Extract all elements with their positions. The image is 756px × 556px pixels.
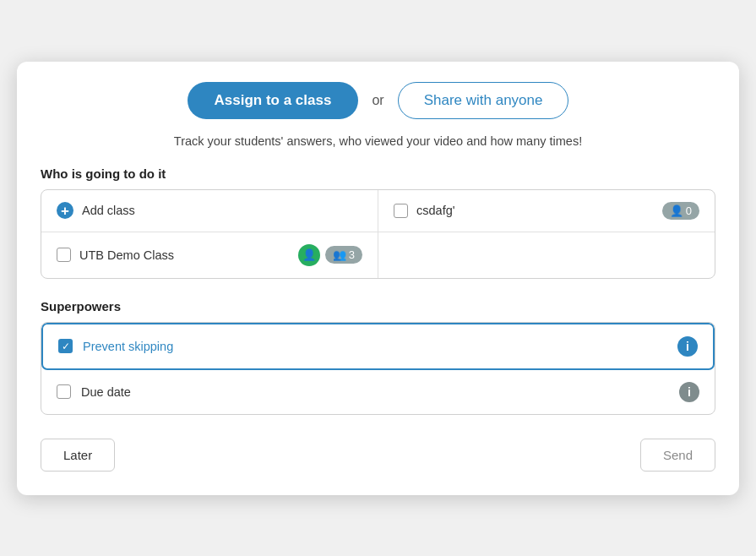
prevent-skipping-label: Prevent skipping [83, 340, 667, 353]
csdafg-badges: 👤 0 [662, 202, 699, 220]
superpower-row-due-date[interactable]: Due date i [41, 370, 715, 414]
superpowers-section: Superpowers ✓ Prevent skipping i Due dat… [41, 299, 715, 415]
bottom-buttons: Later Send [41, 439, 715, 472]
class-table-header-row: + Add class csdafg' 👤 0 [41, 190, 715, 232]
or-separator: or [372, 93, 383, 108]
utb-members-icon: 👥 [333, 248, 346, 261]
due-date-label: Due date [81, 385, 669, 399]
utb-class-checkbox[interactable] [57, 248, 71, 262]
superpowers-label: Superpowers [41, 299, 715, 313]
utb-class-badges: 👤 👥 3 [298, 244, 362, 266]
prevent-skipping-checkbox[interactable]: ✓ [58, 339, 73, 353]
send-button[interactable]: Send [640, 439, 715, 472]
csdafg-class-cell[interactable]: csdafg' 👤 0 [378, 190, 715, 232]
superpower-row-prevent-skipping[interactable]: ✓ Prevent skipping i [41, 323, 715, 370]
add-class-cell[interactable]: + Add class [41, 190, 378, 232]
csdafg-checkbox[interactable] [394, 204, 408, 218]
person-icon: 👤 [670, 204, 683, 217]
modal-container: Assign to a class or Share with anyone T… [17, 62, 739, 495]
utb-class-name: UTB Demo Class [79, 248, 174, 262]
add-class-icon: + [57, 202, 73, 219]
class-table: + Add class csdafg' 👤 0 UTB Demo Class [41, 189, 715, 279]
utb-class-empty-cell [378, 232, 715, 278]
add-class-label: Add class [82, 204, 135, 217]
top-buttons: Assign to a class or Share with anyone [41, 82, 715, 119]
superpowers-list: ✓ Prevent skipping i Due date i [41, 322, 715, 415]
utb-class-member-badge: 👥 3 [325, 246, 362, 264]
csdafg-member-badge: 👤 0 [662, 202, 699, 220]
utb-class-row: UTB Demo Class 👤 👥 3 [41, 232, 715, 278]
utb-person-icon: 👤 [302, 248, 316, 261]
due-date-checkbox[interactable] [57, 384, 71, 399]
utb-class-cell[interactable]: UTB Demo Class 👤 👥 3 [41, 232, 378, 278]
share-with-anyone-button[interactable]: Share with anyone [398, 82, 569, 119]
utb-class-green-badge: 👤 [298, 244, 320, 266]
who-section-label: Who is going to do it [41, 166, 715, 181]
csdafg-class-name: csdafg' [416, 204, 455, 217]
assign-to-class-button[interactable]: Assign to a class [188, 82, 359, 119]
utb-member-count: 3 [349, 248, 355, 261]
csdafg-member-count: 0 [686, 204, 692, 217]
due-date-info-icon[interactable]: i [679, 382, 699, 402]
prevent-skipping-info-icon[interactable]: i [677, 336, 698, 357]
subtitle-text: Track your students' answers, who viewed… [41, 134, 715, 148]
later-button[interactable]: Later [41, 439, 115, 472]
